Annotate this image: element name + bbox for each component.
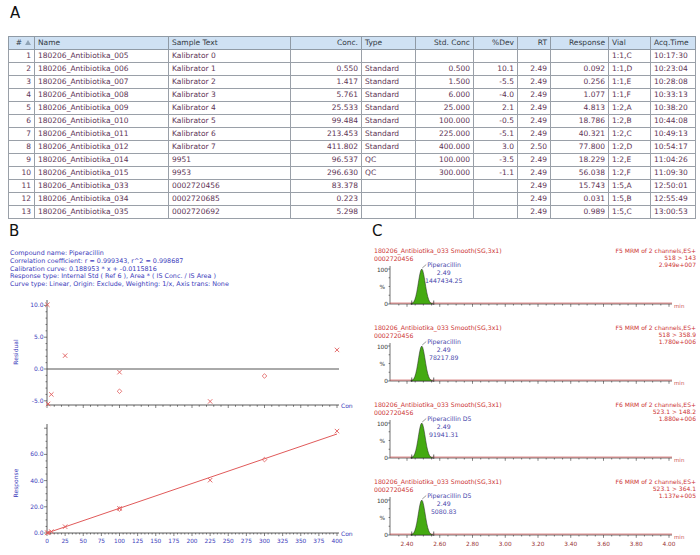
column-header-sample_text[interactable]: Sample Text [169, 37, 291, 50]
intensity-label: 1.780e+006 [659, 338, 696, 345]
table-row[interactable]: 13180206_Antibiotika_03500027206925.2982… [9, 206, 696, 219]
column-header-vial[interactable]: Vial [609, 37, 651, 50]
cell-conc: 96.537 [291, 154, 362, 167]
table-row[interactable]: 5180206_Antibiotika_009Kalibrator 425.53… [9, 102, 696, 115]
min-label: min [674, 457, 685, 463]
cell-dev: 3.0 [474, 141, 518, 154]
y-ticks [388, 423, 390, 458]
cell-conc: 5.298 [291, 206, 362, 219]
cell-response: 4.813 [551, 102, 609, 115]
table-row[interactable]: 4180206_Antibiotika_008Kalibrator 35.761… [9, 89, 696, 102]
y-tick-label: 0.0 [34, 529, 44, 536]
cell-response: 18.786 [551, 115, 609, 128]
table-row[interactable]: 7180206_Antibiotika_011Kalibrator 6213.4… [9, 128, 696, 141]
cell-rt: 2.49 [518, 128, 551, 141]
cell-std_conc: 100.000 [416, 154, 474, 167]
table-row[interactable]: 6180206_Antibiotika_010Kalibrator 599.48… [9, 115, 696, 128]
channel-label: F6 MRM of 2 channels,ES+ [616, 478, 696, 485]
cell-name: 180206_Antibiotika_012 [35, 141, 169, 154]
table-header: #NameSample TextConc.TypeStd. Conc%DevRT… [9, 37, 696, 50]
cell-num: 9 [9, 154, 35, 167]
peak-name-label: Piperacillin [427, 261, 461, 269]
cell-dev: -5.1 [474, 128, 518, 141]
cell-num: 8 [9, 141, 35, 154]
cell-std_conc: 6.000 [416, 89, 474, 102]
x-tick-label: 300 [259, 538, 270, 544]
table-row[interactable]: 12180206_Antibiotika_03400027206850.2232… [9, 193, 696, 206]
column-header-response[interactable]: Response [551, 37, 609, 50]
column-header-dev[interactable]: %Dev [474, 37, 518, 50]
x-tick-label: 2.40 [401, 541, 414, 547]
cell-std_conc: 0.500 [416, 63, 474, 76]
y-min-label: 0 [384, 532, 388, 538]
results-table-wrap: #NameSample TextConc.TypeStd. Conc%DevRT… [8, 36, 696, 219]
x-tick-label: 275 [241, 538, 252, 544]
cell-conc [291, 50, 362, 63]
cell-rt: 2.49 [518, 167, 551, 180]
column-header-num[interactable]: # [9, 37, 35, 50]
x-tick-label: 125 [132, 538, 143, 544]
cell-dev [474, 180, 518, 193]
cell-conc: 296.630 [291, 167, 362, 180]
cell-sample_text: Kalibrator 4 [169, 102, 291, 115]
column-header-conc[interactable]: Conc. [291, 37, 362, 50]
cell-response: 56.038 [551, 167, 609, 180]
table-row[interactable]: 10180206_Antibiotika_0159953296.630QC300… [9, 167, 696, 180]
y-tick-label: 40.0 [30, 477, 44, 484]
x-ticks [399, 535, 669, 538]
cell-vial: 1:1,E [609, 76, 651, 89]
cell-response [551, 50, 609, 63]
cell-sample_text: 0002720685 [169, 193, 291, 206]
cell-dev [474, 206, 518, 219]
sample-id-label: 0002720456 [374, 409, 413, 416]
table-row[interactable]: 9180206_Antibiotika_014995196.537QC100.0… [9, 154, 696, 167]
table-row[interactable]: 2180206_Antibiotika_006Kalibrator 10.550… [9, 63, 696, 76]
column-header-type[interactable]: Type [362, 37, 416, 50]
cell-num: 3 [9, 76, 35, 89]
column-header-name[interactable]: Name [35, 37, 169, 50]
x-tick-label: 200 [186, 538, 197, 544]
data-point-diamond-marker [117, 389, 122, 394]
chromatogram-1: 180206_Antibiotika_033 Smooth(SG,3x1)000… [374, 244, 696, 321]
cell-conc: 1.417 [291, 76, 362, 89]
x-ticks [399, 381, 669, 384]
cell-name: 180206_Antibiotika_009 [35, 102, 169, 115]
peak-label-connector [422, 265, 426, 269]
cell-type [362, 180, 416, 193]
cell-num: 1 [9, 50, 35, 63]
cell-name: 180206_Antibiotika_033 [35, 180, 169, 193]
y-unit-label: % [379, 361, 385, 367]
column-header-acq_time[interactable]: Acq.Time [651, 37, 696, 50]
sample-id-label: 0002720456 [374, 255, 413, 262]
cell-dev: -5.5 [474, 76, 518, 89]
chromatogram-3: 180206_Antibiotika_033 Smooth(SG,3x1)000… [374, 398, 696, 475]
cell-std_conc [416, 180, 474, 193]
cell-vial: 1:2,F [609, 167, 651, 180]
cell-name: 180206_Antibiotika_005 [35, 50, 169, 63]
cell-vial: 1:1,D [609, 63, 651, 76]
table-row[interactable]: 8180206_Antibiotika_012Kalibrator 7411.8… [9, 141, 696, 154]
cell-sample_text: Kalibrator 5 [169, 115, 291, 128]
y-axis-title: Response [12, 468, 20, 497]
cell-name: 180206_Antibiotika_010 [35, 115, 169, 128]
column-header-std_conc[interactable]: Std. Conc [416, 37, 474, 50]
cell-type: Standard [362, 102, 416, 115]
y-axis-title: Residual [12, 339, 19, 365]
column-header-rt[interactable]: RT [518, 37, 551, 50]
peak-name-label: Piperacillin D5 [427, 492, 471, 500]
cell-conc: 0.223 [291, 193, 362, 206]
cell-std_conc: 25.000 [416, 102, 474, 115]
cell-acq_time: 10:44:08 [651, 115, 696, 128]
y-ticks [388, 346, 390, 381]
peak-rt-label: 2.49 [437, 500, 451, 507]
cell-acq_time: 13:00:53 [651, 206, 696, 219]
y-max-label: 100 [377, 344, 388, 350]
cell-type: QC [362, 154, 416, 167]
cell-acq_time: 10:38:20 [651, 102, 696, 115]
cell-name: 180206_Antibiotika_015 [35, 167, 169, 180]
y-min-label: 0 [384, 301, 388, 307]
table-row[interactable]: 1180206_Antibiotika_005Kalibrator 01:1,C… [9, 50, 696, 63]
table-row[interactable]: 11180206_Antibiotika_033000272045683.378… [9, 180, 696, 193]
table-row[interactable]: 3180206_Antibiotika_007Kalibrator 21.417… [9, 76, 696, 89]
peak-rt-label: 2.49 [437, 346, 451, 353]
